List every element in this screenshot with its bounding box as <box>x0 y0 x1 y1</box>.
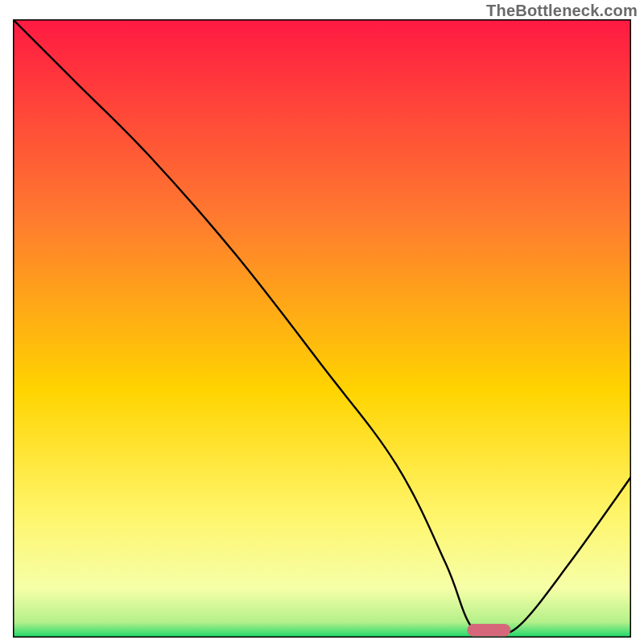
optimal-range-bar <box>467 624 510 636</box>
plot-area <box>13 19 631 638</box>
watermark-text: TheBottleneck.com <box>486 2 638 20</box>
chart-container: TheBottleneck.com <box>0 0 644 644</box>
chart-svg <box>13 19 631 638</box>
